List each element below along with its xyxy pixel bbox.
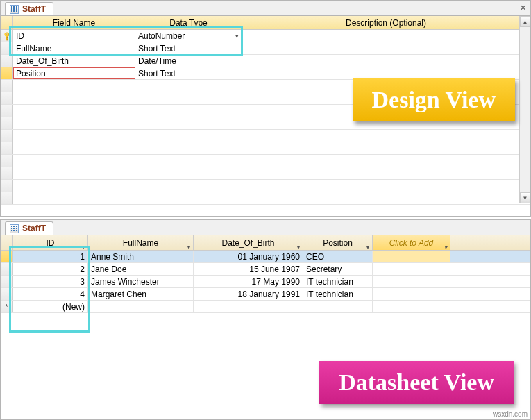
scroll-down-button[interactable]: ▼ [520,192,530,203]
table-row[interactable] [1,155,530,167]
tab-stafft[interactable]: StaffT [5,2,53,15]
row-selector[interactable] [1,142,13,154]
row-selector[interactable] [1,55,13,67]
description-cell[interactable] [242,67,530,79]
datasheet-view-panel: StaffT ID▾ FullName▾ Date_Of_Birth▾ Posi… [0,219,531,420]
tab-bar: StaffT [1,220,530,235]
table-row[interactable] [1,167,530,180]
col-fullname[interactable]: FullName▾ [88,235,194,250]
cell-fullname[interactable]: Jane Doe [88,263,194,275]
row-selector[interactable] [1,180,13,192]
row-selector[interactable] [1,263,13,275]
table-row[interactable] [1,142,530,155]
tab-label: StaffT [22,4,46,14]
row-selector[interactable] [1,155,13,167]
field-name-cell[interactable]: FullName [13,42,135,54]
description-cell[interactable] [242,30,530,42]
row-selector[interactable] [1,130,13,142]
cell-add[interactable] [373,301,450,312]
row-selector[interactable] [1,92,13,104]
col-dob[interactable]: Date_Of_Birth▾ [194,235,303,250]
cell-id[interactable]: 3 [13,276,88,287]
cell-add[interactable] [373,263,450,275]
row-selector[interactable] [1,167,13,179]
table-row[interactable]: 4 Margaret Chen 18 January 1991 IT techn… [1,288,530,301]
new-record-icon: * [5,303,8,311]
row-selector[interactable]: * [1,301,13,312]
vertical-scrollbar[interactable]: ▲ ▼ [519,16,530,203]
cell-fullname[interactable]: James Winchester [88,276,194,287]
row-selector[interactable]: 🔑 [1,30,13,42]
col-field-name[interactable]: Field Name [13,16,135,29]
cell-position[interactable]: IT technician [303,276,373,287]
col-click-to-add[interactable]: Click to Add▾ [373,235,450,250]
cell-dob[interactable] [194,301,303,312]
tab-stafft[interactable]: StaffT [5,221,53,235]
row-selector[interactable] [1,80,13,92]
table-row[interactable] [1,130,530,142]
chevron-down-icon[interactable]: ▾ [297,240,300,255]
col-id[interactable]: ID▾ [13,235,88,250]
table-row[interactable] [1,180,530,192]
row-selector[interactable] [1,276,13,287]
cell-fullname[interactable]: Margaret Chen [88,288,194,300]
description-cell[interactable] [242,55,530,67]
cell-dob[interactable]: 15 June 1987 [194,263,303,275]
field-name-cell[interactable]: Position [13,67,135,79]
row-selector[interactable] [1,251,13,262]
chevron-down-icon[interactable]: ▾ [235,30,239,42]
row-selector-header[interactable] [1,16,13,29]
cell-id[interactable]: 2 [13,263,88,275]
row-selector[interactable] [1,117,13,129]
cell-position[interactable]: Secretary [303,263,373,275]
primary-key-icon: 🔑 [1,31,12,41]
table-row[interactable]: FullName Short Text [1,42,530,55]
cell-fullname[interactable]: Anne Smith [88,251,194,262]
col-data-type[interactable]: Data Type [135,16,242,29]
cell-id[interactable]: 4 [13,288,88,300]
chevron-down-icon[interactable]: ▾ [366,240,369,255]
description-cell[interactable] [242,42,530,54]
cell-id[interactable]: (New) [13,301,88,312]
tab-label: StaffT [22,224,46,233]
table-row[interactable]: 🔑 ID AutoNumber▾ [1,30,530,42]
cell-fullname[interactable] [88,301,194,312]
cell-id[interactable]: 1 [13,251,88,262]
chevron-down-icon[interactable]: ▾ [82,240,85,255]
chevron-down-icon[interactable]: ▾ [444,240,447,255]
datasheet-column-header: ID▾ FullName▾ Date_Of_Birth▾ Position▾ C… [1,235,530,251]
new-record-row[interactable]: * (New) [1,301,530,313]
cell-dob[interactable]: 18 January 1991 [194,288,303,300]
col-position[interactable]: Position▾ [303,235,373,250]
field-name-cell[interactable]: Date_Of_Birth [13,55,135,67]
table-row[interactable]: Date_Of_Birth Date/Time [1,55,530,67]
table-row[interactable]: 3 James Winchester 17 May 1990 IT techni… [1,276,530,288]
cell-add[interactable] [373,288,450,300]
cell-position[interactable] [303,301,373,312]
data-type-cell[interactable]: Short Text [135,67,242,79]
row-selector[interactable] [1,105,13,117]
select-all-cell[interactable] [1,235,13,250]
cell-dob[interactable]: 17 May 1990 [194,276,303,287]
cell-add[interactable] [373,276,450,287]
data-type-cell[interactable]: Short Text [135,42,242,54]
scroll-up-button[interactable]: ▲ [520,16,530,27]
field-name-cell[interactable]: ID [13,30,135,42]
row-selector[interactable] [1,192,13,204]
chevron-down-icon[interactable]: ▾ [187,240,190,255]
data-type-cell[interactable]: AutoNumber▾ [135,30,242,42]
row-selector[interactable] [1,42,13,54]
table-row[interactable]: 1 Anne Smith 01 January 1960 CEO [1,251,530,263]
close-icon[interactable]: ✕ [520,3,526,12]
design-column-header: Field Name Data Type Description (Option… [1,16,530,30]
table-row[interactable] [1,192,530,205]
cell-position[interactable]: IT technician [303,288,373,300]
cell-dob[interactable]: 01 January 1960 [194,251,303,262]
col-description[interactable]: Description (Optional) [242,16,530,29]
row-selector[interactable] [1,288,13,300]
data-type-cell[interactable]: Date/Time [135,55,242,67]
cell-add[interactable] [373,251,450,262]
row-selector[interactable] [1,67,13,79]
table-row[interactable]: 2 Jane Doe 15 June 1987 Secretary [1,263,530,276]
cell-position[interactable]: CEO [303,251,373,262]
